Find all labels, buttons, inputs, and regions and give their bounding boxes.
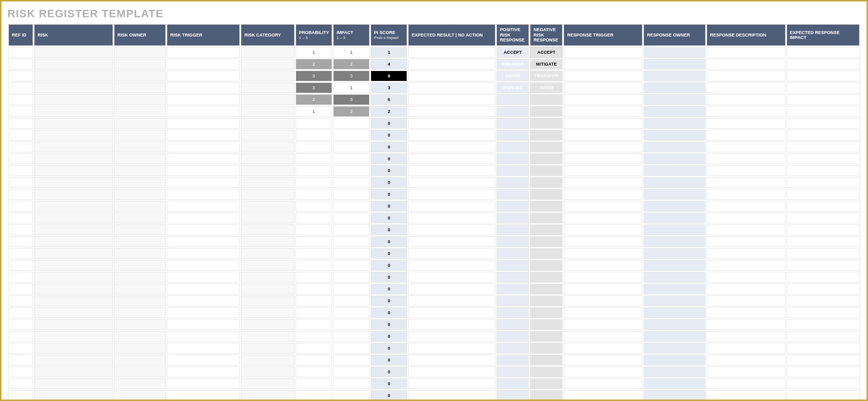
- cell-impact[interactable]: [333, 378, 370, 389]
- cell-response-trigger[interactable]: [564, 59, 642, 70]
- cell-expected-response-impact[interactable]: [787, 224, 860, 235]
- cell-positive-response[interactable]: [496, 153, 529, 164]
- cell-risk-category[interactable]: [241, 224, 294, 235]
- cell-risk-category[interactable]: [241, 71, 294, 81]
- cell-pi-score[interactable]: 0: [371, 366, 407, 377]
- cell-probability[interactable]: [296, 165, 332, 176]
- cell-ref-id[interactable]: [8, 94, 33, 105]
- cell-risk[interactable]: [34, 248, 113, 259]
- cell-risk[interactable]: [34, 390, 113, 401]
- cell-pi-score[interactable]: 0: [371, 165, 407, 176]
- cell-response-trigger[interactable]: [564, 201, 642, 212]
- cell-ref-id[interactable]: [8, 224, 33, 235]
- cell-probability[interactable]: 2: [296, 59, 332, 70]
- cell-response-owner[interactable]: [643, 284, 706, 294]
- cell-response-owner[interactable]: [643, 319, 706, 330]
- cell-response-description[interactable]: [707, 307, 786, 318]
- cell-positive-response[interactable]: ENHANCE: [496, 59, 529, 70]
- cell-response-trigger[interactable]: [564, 319, 642, 330]
- cell-pi-score[interactable]: 0: [371, 224, 407, 235]
- cell-expected-result[interactable]: [408, 142, 495, 152]
- cell-risk-owner[interactable]: [114, 153, 166, 164]
- cell-impact[interactable]: 3: [333, 94, 370, 105]
- cell-expected-response-impact[interactable]: [787, 153, 860, 164]
- cell-response-description[interactable]: [707, 59, 786, 70]
- cell-risk-category[interactable]: [241, 366, 294, 377]
- cell-probability[interactable]: 1: [296, 106, 332, 117]
- cell-ref-id[interactable]: [8, 307, 33, 318]
- cell-expected-result[interactable]: [408, 213, 495, 223]
- cell-negative-response[interactable]: [530, 201, 563, 212]
- cell-response-owner[interactable]: [643, 390, 706, 401]
- cell-risk[interactable]: [34, 355, 113, 365]
- cell-pi-score[interactable]: 0: [371, 236, 407, 247]
- cell-positive-response[interactable]: [496, 260, 529, 271]
- cell-ref-id[interactable]: [8, 236, 33, 247]
- cell-pi-score[interactable]: 4: [371, 59, 407, 70]
- cell-impact[interactable]: [333, 165, 370, 176]
- cell-risk-category[interactable]: [241, 213, 294, 223]
- cell-impact[interactable]: 2: [333, 106, 370, 117]
- cell-risk-category[interactable]: [241, 236, 294, 247]
- cell-response-owner[interactable]: [643, 142, 706, 152]
- cell-probability[interactable]: [296, 390, 332, 401]
- cell-response-owner[interactable]: [643, 260, 706, 271]
- cell-impact[interactable]: 1: [333, 47, 370, 58]
- cell-negative-response[interactable]: [530, 390, 563, 401]
- cell-positive-response[interactable]: [496, 118, 529, 129]
- cell-impact[interactable]: [333, 224, 370, 235]
- cell-risk-owner[interactable]: [114, 201, 166, 212]
- cell-response-trigger[interactable]: [564, 260, 642, 271]
- cell-risk-owner[interactable]: [114, 390, 166, 401]
- cell-response-owner[interactable]: [643, 201, 706, 212]
- cell-risk-trigger[interactable]: [167, 331, 240, 342]
- cell-risk-trigger[interactable]: [167, 71, 240, 81]
- cell-response-description[interactable]: [707, 319, 786, 330]
- cell-response-description[interactable]: [707, 355, 786, 365]
- cell-negative-response[interactable]: ACCEPT: [530, 47, 563, 58]
- cell-risk[interactable]: [34, 295, 113, 306]
- cell-expected-response-impact[interactable]: [787, 165, 860, 176]
- cell-positive-response[interactable]: [496, 106, 529, 117]
- cell-impact[interactable]: [333, 331, 370, 342]
- cell-expected-result[interactable]: [408, 366, 495, 377]
- cell-risk-owner[interactable]: [114, 248, 166, 259]
- cell-risk-category[interactable]: [241, 295, 294, 306]
- cell-risk-trigger[interactable]: [167, 59, 240, 70]
- cell-risk-owner[interactable]: [114, 118, 166, 129]
- cell-expected-result[interactable]: [408, 248, 495, 259]
- cell-risk-trigger[interactable]: [167, 213, 240, 223]
- cell-expected-response-impact[interactable]: [787, 272, 860, 283]
- cell-response-trigger[interactable]: [564, 355, 642, 365]
- cell-response-trigger[interactable]: [564, 295, 642, 306]
- cell-risk-category[interactable]: [241, 59, 294, 70]
- cell-probability[interactable]: [296, 130, 332, 141]
- cell-response-description[interactable]: [707, 378, 786, 389]
- cell-probability[interactable]: [296, 378, 332, 389]
- cell-response-owner[interactable]: [643, 106, 706, 117]
- col-positive-response[interactable]: POSITIVE RISK RESPONSE: [496, 24, 529, 46]
- col-response-trigger[interactable]: RESPONSE TRIGGER: [564, 24, 642, 46]
- cell-impact[interactable]: [333, 177, 370, 188]
- cell-ref-id[interactable]: [8, 165, 33, 176]
- cell-expected-result[interactable]: [408, 295, 495, 306]
- cell-risk-trigger[interactable]: [167, 142, 240, 152]
- cell-negative-response[interactable]: [530, 331, 563, 342]
- cell-risk-trigger[interactable]: [167, 343, 240, 354]
- cell-response-trigger[interactable]: [564, 82, 642, 93]
- cell-positive-response[interactable]: [496, 165, 529, 176]
- cell-impact[interactable]: [333, 366, 370, 377]
- cell-risk[interactable]: [34, 224, 113, 235]
- cell-risk[interactable]: [34, 94, 113, 105]
- cell-response-owner[interactable]: [643, 295, 706, 306]
- cell-risk-category[interactable]: [241, 153, 294, 164]
- cell-risk[interactable]: [34, 106, 113, 117]
- cell-risk-owner[interactable]: [114, 224, 166, 235]
- cell-expected-result[interactable]: [408, 165, 495, 176]
- cell-pi-score[interactable]: 0: [371, 284, 407, 294]
- cell-response-owner[interactable]: [643, 130, 706, 141]
- cell-pi-score[interactable]: 0: [371, 201, 407, 212]
- cell-risk[interactable]: [34, 319, 113, 330]
- cell-expected-result[interactable]: [408, 177, 495, 188]
- cell-response-description[interactable]: [707, 248, 786, 259]
